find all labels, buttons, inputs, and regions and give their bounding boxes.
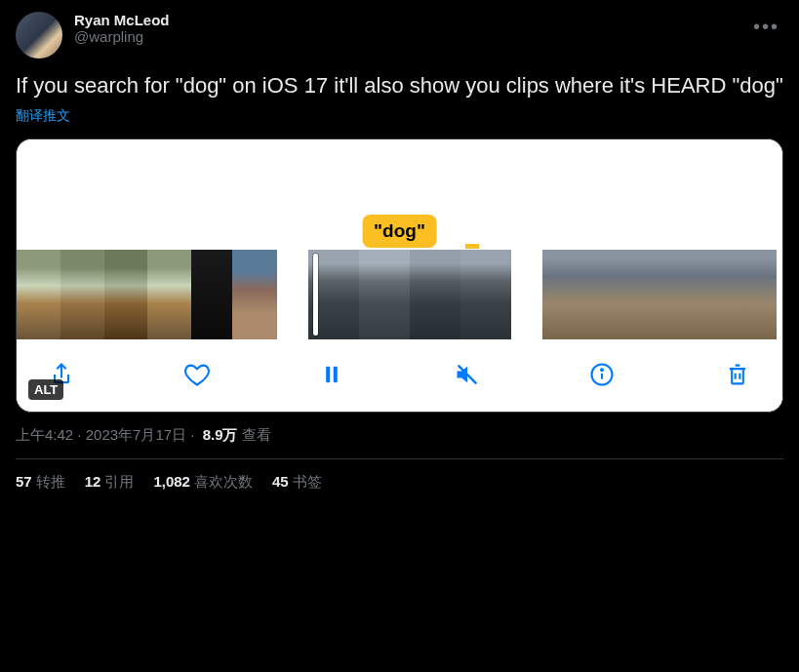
bookmarks-stat[interactable]: 45书签 bbox=[272, 473, 322, 492]
views-count: 8.9万 bbox=[203, 426, 238, 443]
translate-link[interactable]: 翻译推文 bbox=[16, 107, 70, 125]
timeline-scrubber[interactable] bbox=[313, 254, 318, 336]
stats-row: 57转推 12引用 1,082喜欢次数 45书签 bbox=[16, 473, 783, 492]
video-thumbnail[interactable] bbox=[232, 250, 277, 339]
views-label: 查看 bbox=[238, 426, 271, 443]
clip-group-3[interactable] bbox=[542, 250, 777, 339]
video-thumbnail[interactable] bbox=[581, 250, 620, 339]
divider bbox=[16, 458, 783, 459]
retweets-stat[interactable]: 57转推 bbox=[16, 473, 65, 492]
quotes-stat[interactable]: 12引用 bbox=[85, 473, 135, 492]
tweet-date[interactable]: 2023年7月17日 bbox=[86, 426, 186, 443]
search-term-label: "dog" bbox=[362, 215, 437, 248]
tweet-header: Ryan McLeod @warpling ••• bbox=[16, 12, 783, 59]
avatar[interactable] bbox=[16, 12, 62, 59]
display-name[interactable]: Ryan McLeod bbox=[74, 12, 749, 28]
speaker-muted-icon bbox=[454, 361, 481, 388]
svg-rect-1 bbox=[334, 366, 338, 381]
video-thumbnail[interactable] bbox=[359, 250, 410, 339]
video-thumbnail[interactable] bbox=[460, 250, 511, 339]
video-timeline[interactable] bbox=[17, 250, 782, 339]
video-thumbnail[interactable] bbox=[620, 250, 659, 339]
video-thumbnail[interactable] bbox=[659, 250, 699, 339]
media-card[interactable]: "dog" bbox=[16, 138, 783, 413]
video-thumbnail[interactable] bbox=[17, 250, 60, 339]
timeline-marker bbox=[465, 244, 479, 249]
user-handle[interactable]: @warpling bbox=[74, 28, 749, 45]
clip-group-2[interactable] bbox=[308, 250, 511, 339]
info-icon bbox=[588, 361, 616, 388]
user-column: Ryan McLeod @warpling bbox=[74, 12, 749, 45]
svg-point-5 bbox=[601, 369, 603, 371]
likes-stat[interactable]: 1,082喜欢次数 bbox=[153, 473, 253, 492]
clip-gap bbox=[511, 250, 542, 339]
pause-icon bbox=[318, 361, 345, 388]
pause-button[interactable] bbox=[316, 359, 347, 390]
info-button[interactable] bbox=[586, 359, 618, 390]
media-whitespace: "dog" bbox=[17, 139, 782, 250]
clip-gap bbox=[277, 250, 308, 339]
video-thumbnail[interactable] bbox=[699, 250, 738, 339]
video-thumbnail[interactable] bbox=[191, 250, 232, 339]
video-thumbnail[interactable] bbox=[104, 250, 147, 339]
tweet-time[interactable]: 上午4:42 bbox=[16, 426, 73, 443]
alt-badge[interactable]: ALT bbox=[28, 379, 63, 400]
clip-group-1[interactable] bbox=[17, 250, 277, 339]
tweet-text: If you search for "dog" on iOS 17 it'll … bbox=[16, 72, 783, 100]
svg-rect-0 bbox=[326, 366, 330, 381]
video-thumbnail[interactable] bbox=[60, 250, 104, 339]
more-icon[interactable]: ••• bbox=[749, 12, 783, 42]
like-button[interactable] bbox=[181, 359, 213, 390]
heart-icon bbox=[183, 361, 211, 388]
video-toolbar bbox=[17, 339, 782, 412]
delete-button[interactable] bbox=[722, 359, 753, 390]
video-thumbnail[interactable] bbox=[738, 250, 777, 339]
video-thumbnail[interactable] bbox=[308, 250, 359, 339]
video-thumbnail[interactable] bbox=[542, 250, 581, 339]
video-thumbnail[interactable] bbox=[147, 250, 191, 339]
mute-button[interactable] bbox=[452, 359, 483, 390]
video-thumbnail[interactable] bbox=[410, 250, 460, 339]
trash-icon bbox=[724, 361, 751, 388]
tweet-meta: 上午4:42 · 2023年7月17日 · 8.9万 查看 bbox=[16, 426, 783, 445]
